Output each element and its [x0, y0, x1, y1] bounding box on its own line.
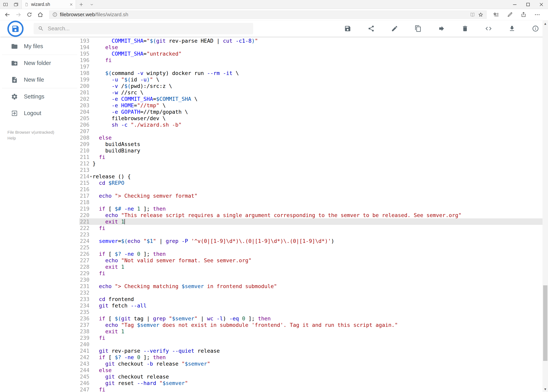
code-line[interactable]: 222 fi: [79, 225, 548, 231]
save-button[interactable]: [344, 25, 351, 32]
code-line[interactable]: 245 git checkout release: [79, 373, 548, 380]
code-line[interactable]: 208 else: [79, 134, 548, 141]
code-line[interactable]: 220 echo "This release script requires a…: [79, 212, 548, 218]
code-line[interactable]: 247 fi: [79, 386, 548, 392]
code-line[interactable]: 210 buildBinary: [79, 147, 548, 154]
code-line[interactable]: 233 cd frontend: [79, 296, 548, 302]
code-line[interactable]: 232: [79, 289, 548, 296]
code-line[interactable]: 201 -w //src \: [79, 89, 548, 96]
sidebar-item-new-folder[interactable]: New folder: [0, 55, 79, 71]
code-line[interactable]: 215 cd $REPO: [79, 180, 548, 186]
fold-marker-icon[interactable]: ▾: [90, 173, 92, 180]
set-tabs-aside-button[interactable]: [3, 2, 8, 7]
code-line[interactable]: 228 exit 1: [79, 264, 548, 270]
download-button[interactable]: [508, 25, 515, 32]
page-scrollbar[interactable]: ▲ ▼: [542, 21, 548, 392]
code-line[interactable]: 193 COMMIT_SHA="$(git rev-parse HEAD | c…: [79, 38, 548, 44]
maximize-button[interactable]: [521, 0, 535, 9]
code-line[interactable]: 230: [79, 277, 548, 283]
rename-button[interactable]: [391, 25, 398, 32]
code-line[interactable]: 203 -e HOME="//tmp" \: [79, 102, 548, 109]
code-line[interactable]: 197: [79, 63, 548, 70]
code-line[interactable]: 198 $(command -v winpty) docker run --rm…: [79, 70, 548, 76]
scrollbar-thumb[interactable]: [543, 285, 548, 361]
code-line[interactable]: 238 exit 1: [79, 328, 548, 335]
code-line[interactable]: 199 -u "$(id -u)" \: [79, 76, 548, 83]
more-options-button[interactable]: [531, 12, 543, 18]
share-button[interactable]: [518, 12, 530, 18]
minimize-button[interactable]: [508, 0, 521, 9]
code-line[interactable]: 229 fi: [79, 270, 548, 277]
site-info-icon[interactable]: [52, 12, 57, 17]
forward-button[interactable]: [13, 12, 24, 18]
scrollbar-track[interactable]: [542, 26, 548, 386]
code-line[interactable]: 218: [79, 199, 548, 205]
code-line[interactable]: 207: [79, 128, 548, 134]
search-box[interactable]: [34, 23, 253, 34]
search-input[interactable]: [48, 25, 249, 32]
code-line[interactable]: 246 git reset --hard "$semver": [79, 380, 548, 386]
code-line[interactable]: 202 -e COMMIT_SHA=$COMMIT_SHA \: [79, 96, 548, 102]
tab-preview-toggle-button[interactable]: [86, 0, 97, 9]
code-line[interactable]: 239 fi: [79, 335, 548, 341]
code-line[interactable]: 204 -e GOPATH=//tmp/gopath \: [79, 109, 548, 115]
address-bar[interactable]: filebrowser.web/files/wizard.sh: [49, 11, 486, 19]
code-line[interactable]: 234 git fetch --all: [79, 302, 548, 309]
sidebar-item-logout[interactable]: Logout: [0, 105, 79, 121]
share-file-button[interactable]: [368, 25, 375, 32]
window-close-button[interactable]: [535, 0, 548, 9]
copy-button[interactable]: [415, 25, 422, 32]
web-notes-button[interactable]: [504, 12, 516, 18]
hub-button[interactable]: [490, 12, 502, 18]
sidebar-item-settings[interactable]: Settings: [0, 88, 79, 105]
favorite-star-button[interactable]: [478, 12, 484, 18]
code-line[interactable]: 195 COMMIT_SHA="untracked": [79, 50, 548, 57]
browser-tab[interactable]: wizard.sh: [21, 0, 76, 9]
code-line[interactable]: 214▾release () {: [79, 173, 548, 180]
code-line[interactable]: 209 buildAssets: [79, 141, 548, 147]
home-button[interactable]: [35, 12, 46, 18]
code-line[interactable]: 225: [79, 244, 548, 251]
info-button[interactable]: [532, 25, 539, 32]
reading-view-button[interactable]: [470, 12, 475, 18]
sidebar-item-my-files[interactable]: My files: [0, 38, 79, 55]
move-button[interactable]: [438, 25, 445, 32]
code-line[interactable]: 240: [79, 341, 548, 348]
code-line[interactable]: 242 if [ $? -ne 0 ]; then: [79, 354, 548, 360]
code-line[interactable]: 205 filebrowser/dev \: [79, 115, 548, 121]
help-link[interactable]: Help: [7, 135, 79, 141]
code-line[interactable]: 224 semver=$(echo "$1" | grep -P '^v(0|[…: [79, 238, 548, 244]
new-tab-button[interactable]: [76, 0, 86, 9]
code-line[interactable]: 211 fi: [79, 154, 548, 160]
code-line[interactable]: 221 exit 1: [79, 218, 548, 225]
code-line[interactable]: 226 if [ $? -ne 0 ]; then: [79, 251, 548, 257]
code-line[interactable]: 243 git checkout -b release "$semver": [79, 360, 548, 367]
tab-close-button[interactable]: [69, 3, 73, 6]
code-line[interactable]: 227 echo "Not valid semver format. See s…: [79, 257, 548, 264]
code-line[interactable]: 196 fi: [79, 57, 548, 63]
code-line[interactable]: 236 if [ $(git tag | grep "$semver" | wc…: [79, 315, 548, 322]
code-line[interactable]: 235: [79, 309, 548, 315]
code-line[interactable]: 206 sh -c "./wizard.sh -b": [79, 121, 548, 128]
scroll-up-button[interactable]: ▲: [542, 21, 548, 26]
sidebar-item-new-file[interactable]: New file: [0, 71, 79, 88]
code-line[interactable]: 212}: [79, 160, 548, 167]
code-line[interactable]: 200 -v /$(pwd):/src:z \: [79, 83, 548, 89]
scroll-down-button[interactable]: ▼: [542, 386, 548, 392]
code-line[interactable]: 219 if [ $# -ne 1 ]; then: [79, 205, 548, 212]
raw-code-button[interactable]: [485, 25, 492, 32]
refresh-button[interactable]: [24, 12, 35, 18]
code-line[interactable]: 244 else: [79, 367, 548, 373]
code-line[interactable]: 237 echo "Tag $semver does not exist in …: [79, 322, 548, 328]
code-line[interactable]: 241 git rev-parse --verify --quiet relea…: [79, 348, 548, 354]
delete-button[interactable]: [462, 25, 469, 32]
code-line[interactable]: 194 else: [79, 44, 548, 50]
back-button[interactable]: [2, 12, 13, 18]
tabs-set-aside-button[interactable]: [13, 2, 19, 7]
code-line[interactable]: 217 echo "> Checking semver format": [79, 193, 548, 199]
code-editor[interactable]: 193 COMMIT_SHA="$(git rev-parse HEAD | c…: [79, 37, 548, 392]
code-line[interactable]: 231 echo "> Checking matching $semver in…: [79, 283, 548, 289]
code-line[interactable]: 213: [79, 167, 548, 173]
code-line[interactable]: 223: [79, 231, 548, 238]
code-line[interactable]: 216: [79, 186, 548, 193]
